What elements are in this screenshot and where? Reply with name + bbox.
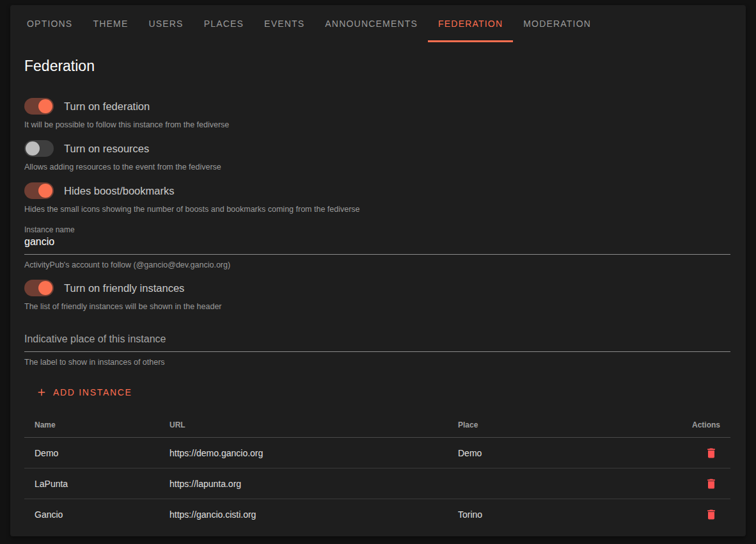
federation-toggle-hint: It will be possible to follow this insta… [24,120,730,130]
delete-instance-button[interactable] [702,475,720,493]
toggle-thumb [38,281,52,295]
col-header-place: Place [458,420,661,429]
table-row: Gancio https://gancio.cisti.org Torino [24,499,730,530]
resources-toggle-hint: Allows adding resources to the event fro… [24,163,730,172]
trash-icon [705,477,718,490]
toggle-thumb [38,184,52,198]
tab-federation[interactable]: FEDERATION [428,5,513,42]
instances-table-header: Name URL Place Actions [24,412,730,438]
instance-place: Demo [458,448,661,458]
federation-toggle-group: Turn on federation It will be possible t… [24,98,730,130]
delete-instance-button[interactable] [702,506,720,524]
toggle-thumb [38,99,52,113]
add-instance-button[interactable]: ADD INSTANCE [31,381,138,403]
instance-url: https://demo.gancio.org [169,448,458,458]
indicative-place-hint: The label to show in instances of others [24,358,730,367]
federation-toggle-label: Turn on federation [64,100,150,113]
hide-boosts-toggle-group: Hides boost/bookmarks Hides the small ic… [24,182,730,214]
col-header-name: Name [35,420,169,429]
tab-options[interactable]: OPTIONS [17,5,83,42]
tab-theme[interactable]: THEME [83,5,138,42]
indicative-place-input[interactable] [24,332,730,352]
admin-panel-card: OPTIONS THEME USERS PLACES EVENTS ANNOUN… [10,5,746,536]
instance-name-input[interactable] [24,234,730,255]
friendly-instances-toggle-label: Turn on friendly instances [64,282,184,294]
instance-name: LaPunta [35,479,169,489]
tab-users[interactable]: USERS [138,5,193,42]
friendly-instances-toggle-hint: The list of friendly instances will be s… [24,302,730,312]
resources-toggle[interactable] [24,140,54,157]
col-header-actions: Actions [661,420,720,429]
friendly-instances-toggle[interactable] [24,280,54,296]
tab-announcements[interactable]: ANNOUNCEMENTS [315,5,428,42]
table-row: Demo https://demo.gancio.org Demo [24,438,730,468]
table-row: LaPunta https://lapunta.org [24,468,730,499]
tab-moderation[interactable]: MODERATION [513,5,601,42]
tab-places[interactable]: PLACES [194,5,254,42]
toggle-thumb [26,141,40,156]
indicative-place-field-group: The label to show in instances of others [24,332,730,367]
add-instance-label: ADD INSTANCE [53,387,132,397]
page-title: Federation [24,58,730,75]
instance-name-hint: ActivityPub's account to follow (@gancio… [24,260,730,270]
hide-boosts-toggle-label: Hides boost/bookmarks [64,185,174,197]
resources-toggle-label: Turn on resources [64,143,149,155]
delete-instance-button[interactable] [702,444,720,462]
trash-icon [705,447,718,460]
hide-boosts-toggle-hint: Hides the small icons showing the number… [24,205,730,214]
resources-toggle-group: Turn on resources Allows adding resource… [24,140,730,172]
instance-name: Demo [35,448,169,458]
admin-tabbar: OPTIONS THEME USERS PLACES EVENTS ANNOUN… [10,5,746,42]
instance-name: Gancio [35,509,169,520]
friendly-toggle-group: Turn on friendly instances The list of f… [24,280,730,312]
instance-url: https://gancio.cisti.org [169,509,458,520]
instance-url: https://lapunta.org [169,479,458,489]
plus-icon [36,387,47,398]
col-header-url: URL [169,420,458,429]
trash-icon [705,508,718,521]
instances-table: Name URL Place Actions Demo https://demo… [24,412,730,530]
tab-events[interactable]: EVENTS [254,5,315,42]
hide-boosts-toggle[interactable] [24,182,54,199]
federation-toggle[interactable] [24,98,54,115]
federation-settings: Federation Turn on federation It will be… [10,42,746,530]
instance-name-field-group: Instance name ActivityPub's account to f… [24,225,730,270]
instance-place: Torino [458,509,661,520]
instance-name-label: Instance name [24,225,730,234]
